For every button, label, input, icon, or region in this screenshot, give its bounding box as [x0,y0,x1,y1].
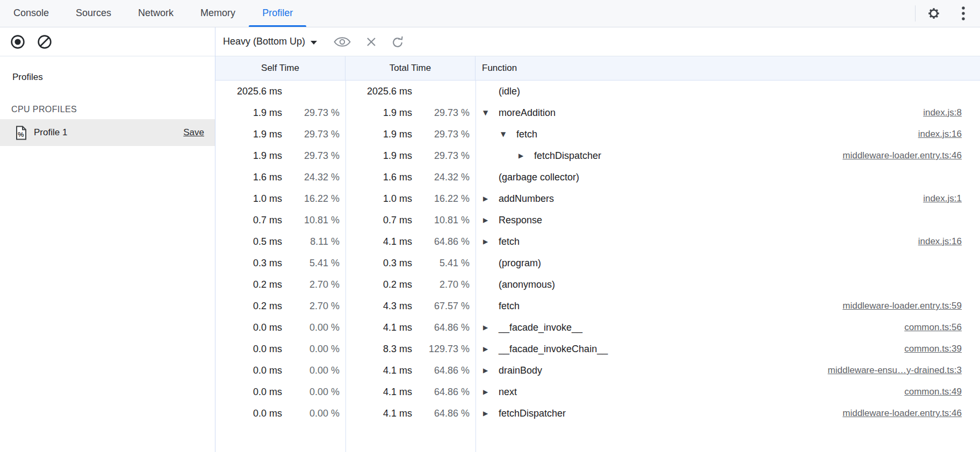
self-time-cell: 1.0 ms16.22 % [215,193,345,205]
source-link[interactable]: index.js:8 [923,107,980,118]
table-row[interactable]: 2025.6 ms2025.6 ms(idle) [215,81,980,102]
function-cell: fetchmiddleware-loader.entry.ts:59 [475,301,980,312]
table-row[interactable]: 0.2 ms2.70 %0.2 ms2.70 %(anonymous) [215,274,980,295]
table-row[interactable]: 0.0 ms0.00 %4.1 ms64.86 %▶fetchDispatche… [215,403,980,424]
column-header-self-time[interactable]: Self Time [215,56,345,80]
table-row[interactable]: 1.9 ms29.73 %1.9 ms29.73 %▼moreAdditioni… [215,102,980,123]
total-time-cell: 4.1 ms64.86 % [345,387,475,398]
tab-console[interactable]: Console [0,0,62,27]
total-time-cell: 4.1 ms64.86 % [345,365,475,376]
source-link[interactable]: middleware-loader.entry.ts:46 [842,150,980,161]
self-time-cell: 0.7 ms10.81 % [215,215,345,226]
self-time-value: 0.0 ms [215,344,282,355]
total-time-percent: 29.73 % [412,150,475,162]
table-row[interactable]: 0.7 ms10.81 %0.7 ms10.81 %▶Response [215,209,980,231]
tab-network[interactable]: Network [125,0,187,27]
table-row[interactable]: 0.0 ms0.00 %4.1 ms64.86 %▶nextcommon.ts:… [215,381,980,403]
total-time-cell: 1.9 ms29.73 % [345,129,475,140]
total-time-cell: 8.3 ms129.73 % [345,344,475,355]
self-time-percent: 0.00 % [282,365,345,376]
function-cell: (idle) [475,86,980,97]
function-cell: ▼fetchindex.js:16 [475,129,980,140]
restore-nodes-button[interactable] [391,35,405,49]
total-time-percent: 10.81 % [412,215,475,226]
table-row[interactable]: 0.5 ms8.11 %4.1 ms64.86 %▶fetchindex.js:… [215,231,980,252]
more-options-button[interactable] [952,3,975,24]
total-time-cell: 4.1 ms64.86 % [345,408,475,419]
profile-list-item[interactable]: % Profile 1 Save [0,119,215,146]
table-row[interactable]: 0.0 ms0.00 %4.1 ms64.86 %▶__facade_invok… [215,317,980,338]
panel-tabs: ConsoleSourcesNetworkMemoryProfiler [0,0,306,27]
profiles-sidebar: Profiles CPU PROFILES % Profile 1 Save [0,56,215,452]
source-link[interactable]: middleware-ensu…y-drained.ts:3 [828,365,980,376]
total-time-percent: 67.57 % [412,301,475,312]
source-link[interactable]: index.js:16 [918,129,980,140]
disclosure-arrow-icon[interactable]: ▶ [483,388,499,396]
sidebar-resize-divider[interactable] [215,27,215,452]
total-time-value: 4.1 ms [345,408,412,419]
settings-button[interactable] [922,3,946,24]
tab-profiler[interactable]: Profiler [249,0,306,27]
function-name: __facade_invokeChain__ [499,344,608,355]
disclosure-arrow-icon[interactable]: ▶ [483,410,499,417]
self-time-value: 0.2 ms [215,279,282,290]
record-icon [10,34,25,49]
disclosure-arrow-icon[interactable]: ▼ [501,130,516,138]
disclosure-arrow-icon[interactable]: ▶ [483,367,499,374]
disclosure-arrow-icon[interactable]: ▶ [483,238,499,245]
disclosure-arrow-icon[interactable]: ▶ [483,216,499,224]
disclosure-arrow-icon[interactable]: ▼ [483,109,499,116]
source-link[interactable]: common.ts:39 [904,344,980,354]
total-time-value: 0.3 ms [345,258,412,269]
source-link[interactable]: index.js:16 [918,236,980,247]
exclude-selected-button[interactable] [365,36,377,48]
tab-memory[interactable]: Memory [187,0,249,27]
table-row[interactable]: 0.2 ms2.70 %4.3 ms67.57 %fetchmiddleware… [215,295,980,317]
eye-icon [333,35,351,48]
column-header-total-time[interactable]: Total Time [345,56,475,80]
self-time-value: 0.7 ms [215,215,282,226]
save-profile-link[interactable]: Save [183,127,204,138]
devtools-tab-bar: ConsoleSourcesNetworkMemoryProfiler [0,0,980,27]
self-time-percent: 24.32 % [282,172,345,183]
source-link[interactable]: index.js:1 [923,193,980,204]
clear-profiles-button[interactable] [37,34,52,49]
total-time-value: 1.9 ms [345,150,412,162]
source-link[interactable]: common.ts:56 [904,322,980,333]
self-time-cell: 0.0 ms0.00 % [215,344,345,355]
grid-rows: 2025.6 ms2025.6 ms(idle)1.9 ms29.73 %1.9… [215,81,980,424]
table-row[interactable]: 0.0 ms0.00 %4.1 ms64.86 %▶drainBodymiddl… [215,360,980,381]
record-button[interactable] [10,34,25,49]
source-link[interactable]: common.ts:49 [904,387,980,397]
disclosure-arrow-icon[interactable]: ▶ [483,324,499,331]
table-row[interactable]: 0.3 ms5.41 %0.3 ms5.41 %(program) [215,252,980,274]
kebab-menu-icon [961,6,965,21]
profile-document-icon: % [16,126,27,140]
tab-sources[interactable]: Sources [62,0,125,27]
devtools-window: ConsoleSourcesNetworkMemoryProfiler [0,0,980,452]
disclosure-arrow-icon[interactable]: ▶ [483,345,499,353]
total-time-percent: 64.86 % [412,365,475,376]
table-row[interactable]: 1.0 ms16.22 %1.0 ms16.22 %▶addNumbersind… [215,188,980,209]
table-row[interactable]: 1.9 ms29.73 %1.9 ms29.73 %▶fetchDispatch… [215,145,980,166]
total-time-percent: 29.73 % [412,129,475,140]
disclosure-arrow-icon[interactable]: ▶ [518,152,534,159]
self-time-cell: 1.9 ms29.73 % [215,150,345,162]
view-mode-dropdown[interactable]: Heavy (Bottom Up) [223,36,317,47]
self-time-percent: 8.11 % [282,236,345,247]
table-row[interactable]: 0.0 ms0.00 %8.3 ms129.73 %▶__facade_invo… [215,338,980,360]
self-time-percent: 29.73 % [282,150,345,162]
sidebar-title: Profiles [12,72,43,83]
column-header-function[interactable]: Function [475,63,980,74]
table-row[interactable]: 1.9 ms29.73 %1.9 ms29.73 %▼fetchindex.js… [215,123,980,145]
disclosure-arrow-icon[interactable]: ▶ [483,195,499,202]
function-name: next [499,387,517,398]
table-row[interactable]: 1.6 ms24.32 %1.6 ms24.32 %(garbage colle… [215,166,980,188]
source-link[interactable]: middleware-loader.entry.ts:59 [842,301,980,311]
function-name: moreAddition [499,107,556,119]
toolbar-divider [915,5,916,21]
function-cell: ▶fetchindex.js:16 [475,236,980,247]
source-link[interactable]: middleware-loader.entry.ts:46 [842,408,980,419]
profile-data-grid: Self Time Total Time Function 2025.6 ms2… [215,56,980,452]
focus-selected-button[interactable] [333,35,351,48]
